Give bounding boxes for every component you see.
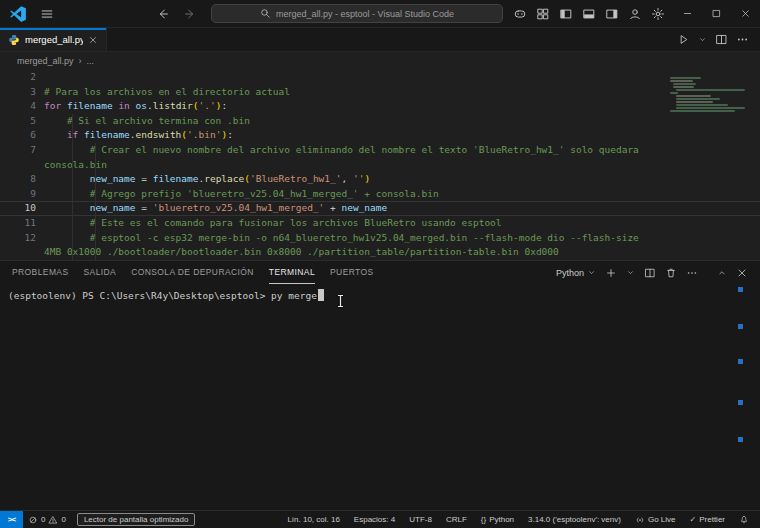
- encoding[interactable]: UTF-8: [404, 515, 437, 524]
- screen-reader-indicator[interactable]: Lector de pantalla optimizado: [77, 513, 196, 526]
- panel-tab-consola-de-depuraci-n[interactable]: CONSOLA DE DEPURACIÓN: [131, 261, 254, 284]
- indentation-label: Espacios: 4: [354, 515, 395, 524]
- line-number[interactable]: 11: [0, 216, 44, 231]
- minimap-line: [676, 95, 711, 97]
- panel-tab-problemas[interactable]: PROBLEMAS: [12, 261, 69, 284]
- line-number[interactable]: 10: [0, 201, 44, 216]
- gear-icon[interactable]: [651, 7, 665, 21]
- panel-right-icon[interactable]: [605, 7, 619, 21]
- code-text: # Para los archivos en el directorio act…: [44, 85, 760, 100]
- maximize-panel-icon[interactable]: [717, 268, 727, 278]
- cursor-position[interactable]: Lín. 10, col. 16: [282, 515, 344, 524]
- terminal-scroll-mark: [738, 324, 743, 329]
- editor-line[interactable]: 8 new_name = filename.replace('BlueRetro…: [0, 172, 760, 187]
- indentation[interactable]: Espacios: 4: [349, 515, 400, 524]
- split-terminal-icon[interactable]: [644, 267, 656, 279]
- close-icon: [740, 8, 751, 19]
- close-panel-icon[interactable]: [736, 267, 748, 279]
- vscode-window: merged_all.py - esptool - Visual Studio …: [0, 0, 760, 528]
- minimap-line: [670, 110, 735, 112]
- ellipsis-icon[interactable]: [736, 33, 749, 46]
- language-mode-glyph: {}: [481, 515, 486, 524]
- code-text: [44, 70, 760, 85]
- editor-line[interactable]: 7 # Crear el nuevo nombre del archivo el…: [0, 143, 760, 158]
- copilot-icon[interactable]: [513, 7, 527, 21]
- vscode-logo-icon: [9, 5, 27, 23]
- tab-close-icon[interactable]: [88, 35, 98, 45]
- tab-merged_all-py[interactable]: merged_all.py: [0, 28, 107, 51]
- maximize-button[interactable]: [702, 0, 731, 27]
- prettier[interactable]: ✓Prettier: [685, 515, 731, 524]
- editor-line[interactable]: 12 # esptool -c esp32 merge-bin -o n64_b…: [0, 231, 760, 246]
- layout-grid-icon[interactable]: [536, 7, 550, 21]
- panel-tab-puertos[interactable]: PUERTOS: [330, 261, 374, 284]
- line-number[interactable]: 3: [0, 85, 44, 100]
- breadcrumb-file[interactable]: merged_all.py: [17, 56, 74, 66]
- chevron-down-icon[interactable]: [626, 268, 635, 277]
- remote-indicator[interactable]: ><: [0, 511, 23, 528]
- kill-terminal-icon[interactable]: [665, 267, 677, 279]
- notifications[interactable]: [734, 515, 754, 525]
- split-editor-icon[interactable]: [715, 33, 728, 46]
- run-button-icon[interactable]: [677, 33, 690, 46]
- panel-tab-terminal[interactable]: TERMINAL: [269, 261, 315, 284]
- prettier-glyph: ✓: [690, 515, 697, 524]
- go-live[interactable]: Go Live: [630, 515, 681, 525]
- eol[interactable]: CRLF: [441, 515, 472, 524]
- panel-bottom-icon[interactable]: [582, 7, 596, 21]
- minimap-line: [676, 107, 745, 109]
- account-icon[interactable]: [628, 7, 642, 21]
- line-number[interactable]: 6: [0, 128, 44, 143]
- editor-line[interactable]: 2: [0, 70, 760, 85]
- panel-left-icon[interactable]: [559, 7, 573, 21]
- encoding-label: UTF-8: [409, 515, 432, 524]
- editor-line[interactable]: consola.bin: [0, 158, 760, 173]
- back-arrow-icon[interactable]: [156, 7, 170, 21]
- editor-line[interactable]: 9 # Agrego prefijo 'blueretro_v25.04_hw1…: [0, 187, 760, 202]
- editor-current-line[interactable]: 10 new_name = 'blueretro_v25.04_hw1_merg…: [0, 201, 760, 216]
- line-number[interactable]: 4: [0, 99, 44, 114]
- close-button[interactable]: [731, 0, 760, 27]
- panel-header: PROBLEMASSALIDACONSOLA DE DEPURACIÓNTERM…: [0, 261, 760, 284]
- python-interpreter-label: 3.14.0 ('esptoolenv': venv): [528, 515, 621, 524]
- line-number[interactable]: 7: [0, 143, 44, 158]
- language-mode[interactable]: {}Python: [476, 515, 519, 524]
- editor-line[interactable]: 6 if filename.endswith('.bin'):: [0, 128, 760, 143]
- python-interpreter[interactable]: 3.14.0 ('esptoolenv': venv): [523, 515, 626, 524]
- ellipsis-icon[interactable]: [686, 267, 698, 279]
- terminal-prompt: (esptoolenv) PS C:\Users\R4y\Desktop\esp…: [8, 290, 317, 301]
- line-number[interactable]: 5: [0, 114, 44, 129]
- new-terminal-icon[interactable]: [605, 267, 617, 279]
- code-editor[interactable]: 23# Para los archivos en el directorio a…: [0, 70, 760, 260]
- editor-line[interactable]: 3# Para los archivos en el directorio ac…: [0, 85, 760, 100]
- terminal-profile-selector[interactable]: Python: [556, 268, 596, 278]
- terminal-cursor: [318, 289, 324, 301]
- command-center[interactable]: merged_all.py - esptool - Visual Studio …: [211, 4, 503, 23]
- mouse-ibeam-cursor: [336, 294, 345, 312]
- terminal[interactable]: (esptoolenv) PS C:\Users\R4y\Desktop\esp…: [0, 284, 760, 510]
- line-number[interactable]: [0, 245, 44, 260]
- editor-line[interactable]: 11 # Este es el comando para fusionar lo…: [0, 216, 760, 231]
- code-text: # Si el archivo termina con .bin: [44, 114, 760, 129]
- line-number[interactable]: 12: [0, 231, 44, 246]
- chevron-down-icon[interactable]: [698, 35, 707, 44]
- status-bar: >< 0 0 Lector de pantalla optimizado Lín…: [0, 510, 760, 528]
- minimap[interactable]: [670, 74, 748, 112]
- python-file-icon: [8, 34, 20, 46]
- problems-indicator[interactable]: 0 0: [23, 515, 71, 525]
- line-number[interactable]: [0, 158, 44, 173]
- menu-icon[interactable]: [40, 7, 54, 21]
- panel-tab-salida[interactable]: SALIDA: [84, 261, 117, 284]
- line-number[interactable]: 2: [0, 70, 44, 85]
- forward-arrow-icon[interactable]: [183, 7, 197, 21]
- editor-line[interactable]: 4MB 0x1000 ./bootloader/bootloader.bin 0…: [0, 245, 760, 260]
- minimize-button[interactable]: [673, 0, 702, 27]
- breadcrumb: merged_all.py › ...: [0, 52, 760, 70]
- editor-line[interactable]: 5 # Si el archivo termina con .bin: [0, 114, 760, 129]
- remote-icon: ><: [8, 515, 15, 524]
- breadcrumb-ellipsis[interactable]: ...: [87, 56, 95, 66]
- line-number[interactable]: 8: [0, 172, 44, 187]
- editor-line[interactable]: 4for filename in os.listdir('.'):: [0, 99, 760, 114]
- line-number[interactable]: 9: [0, 187, 44, 202]
- code-text: # esptool -c esp32 merge-bin -o n64_blue…: [44, 231, 760, 246]
